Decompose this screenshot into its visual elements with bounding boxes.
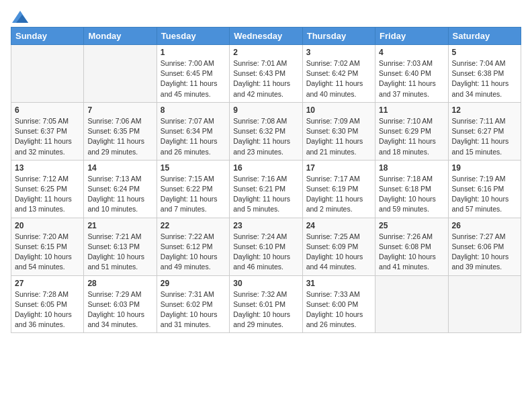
day-number: 2 [233, 48, 298, 57]
day-info: Sunrise: 7:27 AM Sunset: 6:06 PM Dayligh… [452, 232, 517, 273]
calendar-cell: 5Sunrise: 7:04 AM Sunset: 6:38 PM Daylig… [448, 45, 521, 103]
day-info: Sunrise: 7:19 AM Sunset: 6:16 PM Dayligh… [452, 174, 517, 215]
calendar-cell: 15Sunrise: 7:15 AM Sunset: 6:22 PM Dayli… [157, 160, 229, 218]
calendar-cell: 12Sunrise: 7:11 AM Sunset: 6:27 PM Dayli… [448, 102, 521, 160]
calendar-cell: 13Sunrise: 7:12 AM Sunset: 6:25 PM Dayli… [11, 160, 84, 218]
calendar-cell: 16Sunrise: 7:16 AM Sunset: 6:21 PM Dayli… [230, 160, 302, 218]
calendar-header-row: SundayMondayTuesdayWednesdayThursdayFrid… [11, 28, 521, 45]
calendar-cell: 20Sunrise: 7:20 AM Sunset: 6:15 PM Dayli… [11, 218, 84, 275]
day-info: Sunrise: 7:31 AM Sunset: 6:02 PM Dayligh… [161, 289, 226, 330]
day-number: 27 [15, 279, 80, 288]
calendar-cell: 28Sunrise: 7:29 AM Sunset: 6:03 PM Dayli… [84, 275, 157, 333]
calendar-cell: 30Sunrise: 7:32 AM Sunset: 6:01 PM Dayli… [230, 275, 302, 333]
day-info: Sunrise: 7:00 AM Sunset: 6:45 PM Dayligh… [161, 58, 226, 99]
day-number: 28 [87, 279, 152, 288]
calendar-week-2: 6Sunrise: 7:05 AM Sunset: 6:37 PM Daylig… [11, 102, 521, 160]
day-info: Sunrise: 7:20 AM Sunset: 6:15 PM Dayligh… [15, 232, 80, 273]
calendar-week-5: 27Sunrise: 7:28 AM Sunset: 6:05 PM Dayli… [11, 275, 521, 333]
day-info: Sunrise: 7:22 AM Sunset: 6:12 PM Dayligh… [161, 232, 226, 273]
calendar-cell: 11Sunrise: 7:10 AM Sunset: 6:29 PM Dayli… [375, 102, 448, 160]
day-number: 1 [161, 48, 226, 57]
day-number: 11 [379, 105, 444, 115]
calendar-table: SundayMondayTuesdayWednesdayThursdayFrid… [11, 27, 521, 333]
day-number: 3 [306, 48, 371, 57]
calendar-cell: 3Sunrise: 7:02 AM Sunset: 6:42 PM Daylig… [302, 45, 375, 103]
day-number: 16 [233, 163, 298, 173]
calendar-cell [84, 45, 157, 103]
day-info: Sunrise: 7:17 AM Sunset: 6:19 PM Dayligh… [306, 174, 371, 215]
weekday-header-friday: Friday [375, 28, 448, 45]
calendar-cell [375, 275, 448, 333]
day-number: 10 [306, 105, 371, 115]
calendar-cell [448, 275, 521, 333]
day-number: 13 [15, 163, 80, 173]
calendar-body: 1Sunrise: 7:00 AM Sunset: 6:45 PM Daylig… [11, 45, 521, 333]
day-info: Sunrise: 7:33 AM Sunset: 6:00 PM Dayligh… [306, 289, 371, 330]
day-info: Sunrise: 7:03 AM Sunset: 6:40 PM Dayligh… [379, 58, 444, 99]
day-info: Sunrise: 7:21 AM Sunset: 6:13 PM Dayligh… [87, 232, 152, 273]
calendar-cell: 29Sunrise: 7:31 AM Sunset: 6:02 PM Dayli… [157, 275, 229, 333]
calendar-cell: 27Sunrise: 7:28 AM Sunset: 6:05 PM Dayli… [11, 275, 84, 333]
day-info: Sunrise: 7:32 AM Sunset: 6:01 PM Dayligh… [233, 289, 298, 330]
day-number: 9 [233, 105, 298, 115]
day-number: 26 [452, 221, 517, 230]
day-info: Sunrise: 7:07 AM Sunset: 6:34 PM Dayligh… [161, 116, 226, 157]
weekday-header-sunday: Sunday [11, 28, 84, 45]
day-number: 19 [452, 163, 517, 173]
calendar-cell: 19Sunrise: 7:19 AM Sunset: 6:16 PM Dayli… [448, 160, 521, 218]
day-info: Sunrise: 7:05 AM Sunset: 6:37 PM Dayligh… [15, 116, 80, 157]
calendar-cell: 23Sunrise: 7:24 AM Sunset: 6:10 PM Dayli… [230, 218, 302, 275]
calendar-week-3: 13Sunrise: 7:12 AM Sunset: 6:25 PM Dayli… [11, 160, 521, 218]
calendar-cell: 10Sunrise: 7:09 AM Sunset: 6:30 PM Dayli… [302, 102, 375, 160]
weekday-header-monday: Monday [84, 28, 157, 45]
day-number: 20 [15, 221, 80, 230]
day-info: Sunrise: 7:13 AM Sunset: 6:24 PM Dayligh… [87, 174, 152, 215]
day-number: 7 [87, 105, 152, 115]
day-info: Sunrise: 7:18 AM Sunset: 6:18 PM Dayligh… [379, 174, 444, 215]
day-info: Sunrise: 7:24 AM Sunset: 6:10 PM Dayligh… [233, 232, 298, 273]
day-info: Sunrise: 7:26 AM Sunset: 6:08 PM Dayligh… [379, 232, 444, 273]
calendar-cell: 31Sunrise: 7:33 AM Sunset: 6:00 PM Dayli… [302, 275, 375, 333]
day-number: 25 [379, 221, 444, 230]
calendar-cell: 26Sunrise: 7:27 AM Sunset: 6:06 PM Dayli… [448, 218, 521, 275]
calendar-week-1: 1Sunrise: 7:00 AM Sunset: 6:45 PM Daylig… [11, 45, 521, 103]
day-number: 29 [161, 279, 226, 288]
calendar-cell [11, 45, 84, 103]
logo [11, 11, 28, 23]
calendar-cell: 22Sunrise: 7:22 AM Sunset: 6:12 PM Dayli… [157, 218, 229, 275]
calendar-cell: 14Sunrise: 7:13 AM Sunset: 6:24 PM Dayli… [84, 160, 157, 218]
day-info: Sunrise: 7:01 AM Sunset: 6:43 PM Dayligh… [233, 58, 298, 99]
day-info: Sunrise: 7:09 AM Sunset: 6:30 PM Dayligh… [306, 116, 371, 157]
calendar-cell: 2Sunrise: 7:01 AM Sunset: 6:43 PM Daylig… [230, 45, 302, 103]
day-number: 6 [15, 105, 80, 115]
page-header [11, 11, 521, 23]
day-number: 17 [306, 163, 371, 173]
day-number: 12 [452, 105, 517, 115]
calendar-cell: 17Sunrise: 7:17 AM Sunset: 6:19 PM Dayli… [302, 160, 375, 218]
day-info: Sunrise: 7:04 AM Sunset: 6:38 PM Dayligh… [452, 58, 517, 99]
day-info: Sunrise: 7:11 AM Sunset: 6:27 PM Dayligh… [452, 116, 517, 157]
day-number: 21 [87, 221, 152, 230]
calendar-cell: 9Sunrise: 7:08 AM Sunset: 6:32 PM Daylig… [230, 102, 302, 160]
calendar-cell: 25Sunrise: 7:26 AM Sunset: 6:08 PM Dayli… [375, 218, 448, 275]
calendar-cell: 1Sunrise: 7:00 AM Sunset: 6:45 PM Daylig… [157, 45, 229, 103]
day-number: 8 [161, 105, 226, 115]
day-info: Sunrise: 7:06 AM Sunset: 6:35 PM Dayligh… [87, 116, 152, 157]
calendar-week-4: 20Sunrise: 7:20 AM Sunset: 6:15 PM Dayli… [11, 218, 521, 275]
weekday-header-thursday: Thursday [302, 28, 375, 45]
logo-icon [12, 11, 28, 23]
day-info: Sunrise: 7:10 AM Sunset: 6:29 PM Dayligh… [379, 116, 444, 157]
day-info: Sunrise: 7:12 AM Sunset: 6:25 PM Dayligh… [15, 174, 80, 215]
calendar-cell: 24Sunrise: 7:25 AM Sunset: 6:09 PM Dayli… [302, 218, 375, 275]
day-number: 14 [87, 163, 152, 173]
calendar-cell: 7Sunrise: 7:06 AM Sunset: 6:35 PM Daylig… [84, 102, 157, 160]
day-number: 31 [306, 279, 371, 288]
calendar-cell: 8Sunrise: 7:07 AM Sunset: 6:34 PM Daylig… [157, 102, 229, 160]
day-info: Sunrise: 7:02 AM Sunset: 6:42 PM Dayligh… [306, 58, 371, 99]
weekday-header-wednesday: Wednesday [230, 28, 302, 45]
day-number: 18 [379, 163, 444, 173]
day-info: Sunrise: 7:08 AM Sunset: 6:32 PM Dayligh… [233, 116, 298, 157]
day-number: 30 [233, 279, 298, 288]
calendar-cell: 6Sunrise: 7:05 AM Sunset: 6:37 PM Daylig… [11, 102, 84, 160]
weekday-header-tuesday: Tuesday [157, 28, 229, 45]
